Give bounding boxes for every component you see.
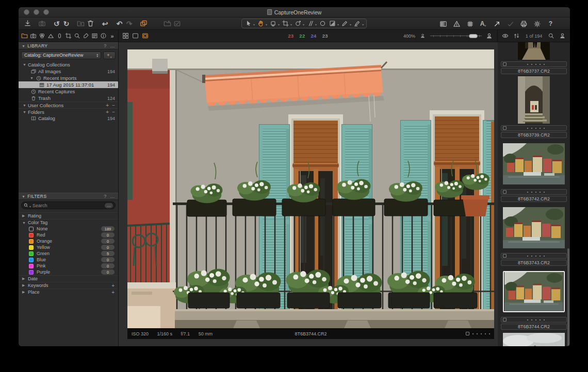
color-tag-checkbox[interactable] — [503, 62, 507, 66]
filter-section-keywords[interactable]: ▶ Keywords + — [19, 282, 118, 289]
filter-section-color-tag[interactable]: ▼ Color Tag — [19, 219, 118, 226]
filmstrip-item[interactable]: 8T6B3743.CR2 — [501, 204, 567, 266]
disclosure-triangle-icon[interactable]: ▶ — [22, 283, 28, 288]
gradient-mask-tool-button[interactable] — [328, 19, 337, 29]
library-panel-header[interactable]: ▼ LIBRARY ? … — [19, 42, 118, 49]
tabs-overflow-button[interactable]: » — [108, 31, 117, 41]
filter-section-place[interactable]: ▶ Place + — [19, 289, 118, 295]
filters-panel-header[interactable]: ▼ FILTERS ? … — [19, 193, 118, 200]
panel-more-button[interactable]: … — [110, 194, 115, 199]
color-tag-checkbox[interactable] — [503, 190, 507, 194]
rating-dots[interactable] — [507, 128, 565, 129]
thumbnail-rating-bar[interactable] — [501, 125, 567, 131]
rating-dots[interactable] — [507, 256, 565, 257]
zoom-slider[interactable] — [430, 33, 482, 39]
color-tag-filter-purple[interactable]: Purple0 — [19, 269, 118, 275]
filmstrip-item-selected[interactable]: 8T6B3744.CR2 — [501, 268, 567, 330]
add-keyword-filter-button[interactable]: + — [111, 283, 115, 289]
rating-dots[interactable] — [507, 192, 565, 193]
search-box[interactable]: ▾ … — [21, 201, 116, 209]
print-button[interactable] — [519, 19, 529, 29]
color-tag-checkbox[interactable] — [503, 126, 507, 130]
thumbnail-rating-bar[interactable] — [501, 61, 567, 67]
rating-dots[interactable] — [507, 319, 565, 320]
open-with-button[interactable] — [492, 19, 502, 29]
catalog-dropdown[interactable]: Catalog: CaptureOneReview ▴▾ — [21, 52, 101, 59]
zoom-slider-thumb[interactable] — [469, 34, 478, 38]
collapse-triangle-icon[interactable]: ▼ — [22, 44, 25, 48]
annotations-button[interactable]: A▾ — [479, 19, 488, 29]
camera-capture-button[interactable] — [37, 19, 47, 29]
straighten-tool-button[interactable] — [305, 19, 315, 29]
color-tag-checkbox[interactable] — [503, 254, 507, 258]
sort-button[interactable] — [512, 31, 521, 41]
disclosure-triangle-icon[interactable]: ▼ — [23, 104, 28, 107]
grid-overlay-button[interactable] — [465, 19, 475, 29]
help-button[interactable]: ? — [546, 19, 556, 29]
redo-button[interactable]: ↷ — [124, 19, 134, 29]
zoom-window-button[interactable] — [43, 9, 49, 15]
undo-button[interactable]: ↶ — [115, 19, 124, 29]
loupe-tool-button[interactable] — [268, 19, 278, 29]
tree-group-catalog-collections[interactable]: ▼ Catalog Collections — [19, 61, 118, 68]
tree-item-import-session[interactable]: 17 Aug 2015 11:37:01 194 — [19, 81, 118, 88]
move-to-folder-button[interactable] — [76, 19, 86, 29]
main-photo[interactable] — [127, 49, 494, 328]
tree-group-folders[interactable]: ▼ Folders + − — [19, 108, 118, 115]
tree-item-catalog-folder[interactable]: Catalog 194 — [19, 115, 118, 122]
tab-lens[interactable] — [55, 31, 64, 41]
tab-exposure[interactable] — [46, 31, 55, 41]
rotate-cw-button[interactable]: ↻ — [61, 19, 71, 29]
tag-check-button[interactable] — [505, 19, 515, 29]
rating-dots[interactable] — [507, 64, 565, 65]
viewer-layout-button[interactable] — [438, 19, 448, 29]
add-collection-button[interactable]: + — [106, 103, 109, 108]
erase-mask-tool-button[interactable] — [352, 19, 362, 29]
tab-output[interactable] — [99, 31, 108, 41]
filter-section-date[interactable]: ▶ Date — [19, 275, 118, 282]
apply-check-button[interactable] — [172, 19, 182, 29]
remove-collection-button[interactable]: − — [112, 103, 115, 108]
filter-eye-button[interactable] — [501, 31, 510, 41]
disclosure-triangle-icon[interactable]: ▼ — [22, 221, 28, 225]
tab-details[interactable] — [73, 31, 81, 41]
import-button[interactable] — [23, 19, 32, 29]
new-collection-button[interactable] — [162, 19, 172, 29]
tree-item-all-images[interactable]: All Images 194 — [19, 68, 118, 75]
color-tag-filter-green[interactable]: Green5 — [19, 250, 118, 257]
color-tag-filter-red[interactable]: Red0 — [19, 232, 118, 238]
color-tag-filter-yellow[interactable]: Yellow0 — [19, 244, 118, 250]
disclosure-triangle-icon[interactable]: ▶ — [22, 277, 28, 281]
add-place-filter-button[interactable]: + — [111, 290, 115, 295]
image-viewer[interactable]: ISO 320 1/160 s f/7.1 50 mm 8T6B3744.CR2 — [119, 42, 498, 346]
panel-more-button[interactable]: … — [110, 43, 115, 48]
minimize-window-button[interactable] — [34, 9, 39, 15]
filmstrip-item[interactable]: 8T6B3737.CR2 — [501, 42, 567, 74]
search-input[interactable] — [32, 203, 104, 208]
disclosure-triangle-icon[interactable]: ▶ — [22, 214, 28, 218]
rotate-ccw-button[interactable]: ↺ — [52, 19, 61, 29]
color-tag-filter-none[interactable]: None189 — [19, 226, 118, 232]
tab-color[interactable] — [38, 31, 46, 41]
filmstrip-item[interactable]: 8T6B3742.CR2 — [501, 140, 567, 202]
reset-adjustments-button[interactable]: ↩ — [100, 19, 110, 29]
search-options-button[interactable]: … — [105, 203, 113, 208]
tree-item-recent-captures[interactable]: Recent Captures — [19, 88, 118, 95]
filter-section-rating[interactable]: ▶ Rating — [19, 212, 118, 219]
filmstrip-item[interactable] — [501, 333, 567, 346]
add-folder-button[interactable]: + — [106, 109, 109, 115]
browser-search-button[interactable] — [547, 31, 556, 41]
tab-composition[interactable] — [64, 31, 73, 41]
view-grid-button[interactable] — [121, 31, 130, 41]
thumbnail-rating-bar[interactable] — [501, 189, 567, 195]
remove-folder-button[interactable]: − — [112, 109, 115, 115]
thumbnail-rating-bar[interactable] — [501, 253, 567, 259]
zoom-small-icon[interactable] — [418, 31, 427, 41]
color-tag-filter-orange[interactable]: Orange0 — [19, 238, 118, 244]
user-account-button[interactable] — [558, 31, 567, 41]
thumbnail-rating-bar[interactable] — [501, 317, 567, 323]
add-catalog-button[interactable]: +▾ — [103, 52, 116, 59]
close-window-button[interactable] — [24, 9, 29, 15]
panel-help-button[interactable]: ? — [104, 43, 106, 48]
color-tag-filter-blue[interactable]: Blue0 — [19, 257, 118, 263]
